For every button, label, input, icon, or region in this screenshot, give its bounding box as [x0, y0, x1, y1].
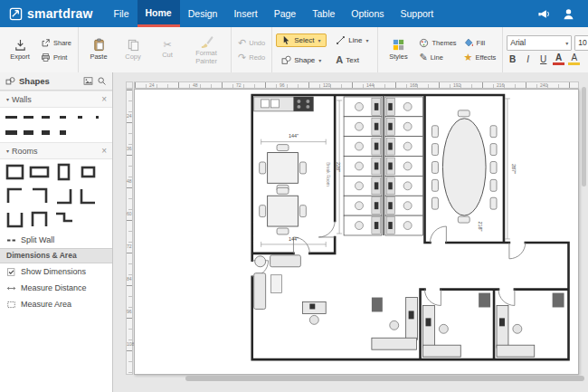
- fill-button[interactable]: Fill: [461, 37, 499, 49]
- menu-options[interactable]: Options: [343, 0, 392, 27]
- room-shape-thumb[interactable]: [52, 186, 75, 206]
- floor-plan[interactable]: 144" 144" 228" 287" 218" Break Room: [135, 90, 578, 374]
- undo-button[interactable]: ↶ Undo: [235, 37, 268, 49]
- ribbon: Export Share Print: [0, 27, 588, 73]
- themes-button[interactable]: Themes: [416, 37, 459, 49]
- chevron-down-icon: ▾: [6, 148, 9, 154]
- wall-shape-thumb[interactable]: [90, 110, 105, 124]
- menu-design[interactable]: Design: [180, 0, 226, 27]
- show-dimensions-toggle[interactable]: Show Dimensions: [0, 263, 112, 280]
- cut-button[interactable]: ✂ Cut: [151, 30, 184, 70]
- side-table: [255, 256, 266, 267]
- room-label: Break Room: [326, 162, 330, 186]
- menu-file[interactable]: File: [106, 0, 138, 27]
- room-shape-thumb[interactable]: [4, 162, 26, 182]
- paste-button[interactable]: Paste: [82, 30, 115, 70]
- room-shape-thumb[interactable]: [52, 209, 75, 229]
- search-icon[interactable]: [97, 76, 107, 86]
- font-size-select[interactable]: 10 ▾: [574, 35, 588, 51]
- underline-button[interactable]: U: [537, 53, 549, 65]
- app-logo[interactable]: smartdraw: [0, 0, 106, 27]
- room-shape-thumb[interactable]: [77, 186, 100, 206]
- app-window: smartdraw File Home Design Insert Page T…: [0, 0, 588, 392]
- select-tool-button[interactable]: Select ▾: [276, 33, 327, 47]
- menu-support[interactable]: Support: [393, 0, 442, 27]
- workstation-open[interactable]: [372, 298, 418, 350]
- wall-shape-thumb[interactable]: [4, 126, 19, 139]
- font-family-select[interactable]: Arial ▾: [507, 35, 572, 51]
- break-room-table-2[interactable]: [260, 187, 307, 234]
- italic-button[interactable]: I: [522, 53, 534, 65]
- wall-shape-thumb[interactable]: [38, 126, 53, 139]
- wall-shape-thumb[interactable]: [4, 110, 19, 124]
- format-painter-button[interactable]: Format Painter: [185, 30, 227, 70]
- split-wall-icon: [6, 235, 16, 245]
- walls-section-header[interactable]: ▾ Walls ×: [0, 91, 112, 108]
- menu-insert[interactable]: Insert: [225, 0, 265, 27]
- stove: [293, 97, 313, 111]
- user-account-icon[interactable]: [562, 7, 575, 21]
- conference-table[interactable]: [432, 110, 497, 223]
- cabinet: [553, 293, 564, 308]
- line-style-button[interactable]: ✎ Line: [416, 52, 459, 63]
- wall-shape-thumb[interactable]: [21, 126, 36, 139]
- styles-button[interactable]: Styles: [382, 30, 414, 70]
- room-shape-thumb[interactable]: [28, 209, 51, 229]
- office-b-furniture[interactable]: [497, 293, 564, 358]
- room-shape-thumb[interactable]: [28, 186, 51, 206]
- vertical-scrollbar[interactable]: [582, 87, 586, 186]
- measure-area-item[interactable]: Measure Area: [0, 296, 112, 312]
- checkbox-checked-icon: [6, 267, 16, 277]
- measure-distance-item[interactable]: Measure Distance: [0, 280, 112, 296]
- room-shape-thumb[interactable]: [28, 162, 51, 182]
- shape-tool-button[interactable]: Shape ▾: [276, 53, 327, 67]
- rooms-section-header[interactable]: ▾ Rooms ×: [0, 142, 112, 159]
- copy-button[interactable]: Copy: [117, 30, 149, 70]
- text-highlight-button[interactable]: A: [568, 53, 580, 65]
- wall-shape-thumb[interactable]: [72, 110, 88, 124]
- bold-button[interactable]: B: [507, 53, 518, 65]
- print-button[interactable]: Print: [38, 52, 74, 63]
- close-icon[interactable]: ×: [101, 94, 107, 104]
- share-button[interactable]: Share: [38, 37, 74, 49]
- format-painter-icon: [200, 34, 213, 48]
- font-color-button[interactable]: A: [553, 53, 564, 65]
- room-shape-thumb[interactable]: [4, 186, 26, 206]
- wall-shape-thumb[interactable]: [55, 110, 71, 124]
- line-tool-button[interactable]: Line ▾: [330, 33, 374, 47]
- export-button[interactable]: Export: [4, 30, 36, 70]
- room-shape-thumb[interactable]: [4, 209, 26, 229]
- room-shape-thumb[interactable]: [77, 162, 100, 182]
- effects-button[interactable]: ★ Effects: [461, 52, 499, 63]
- redo-button[interactable]: ↷ Redo: [235, 52, 268, 63]
- split-wall-item[interactable]: Split Wall: [0, 232, 112, 248]
- chevron-down-icon: ▾: [565, 40, 568, 46]
- image-icon[interactable]: [83, 76, 93, 86]
- room-shape-thumb[interactable]: [52, 162, 75, 182]
- text-tool-button[interactable]: A Text: [330, 53, 374, 67]
- menu-home[interactable]: Home: [138, 0, 180, 27]
- cabinet: [479, 293, 490, 308]
- wall-shape-thumb[interactable]: [38, 110, 53, 124]
- reception-desk[interactable]: [302, 302, 326, 325]
- cursor-icon: [281, 35, 291, 45]
- cabinet: [372, 298, 383, 312]
- share-icon: [41, 38, 51, 48]
- menu-page[interactable]: Page: [266, 0, 305, 27]
- line-icon: [336, 35, 346, 45]
- office-a-furniture[interactable]: [423, 293, 491, 358]
- measure-area-icon: [6, 300, 16, 310]
- announcements-icon[interactable]: [537, 7, 551, 21]
- wall-shape-thumb[interactable]: [21, 110, 36, 124]
- close-icon[interactable]: ×: [101, 146, 107, 156]
- kitchen-counter[interactable]: [254, 97, 314, 111]
- wall-shape-thumb[interactable]: [55, 126, 71, 139]
- cut-icon: ✂: [163, 40, 171, 50]
- horizontal-scrollbar[interactable]: [185, 376, 584, 381]
- break-room-table-1[interactable]: [260, 145, 307, 192]
- menu-table[interactable]: Table: [304, 0, 343, 27]
- drawing-page[interactable]: 144" 144" 228" 287" 218" Break Room: [134, 89, 579, 375]
- tools-group: Select ▾ Line ▾ Shape: [272, 27, 378, 72]
- lounge-furniture[interactable]: [254, 255, 301, 310]
- sink: [261, 100, 270, 108]
